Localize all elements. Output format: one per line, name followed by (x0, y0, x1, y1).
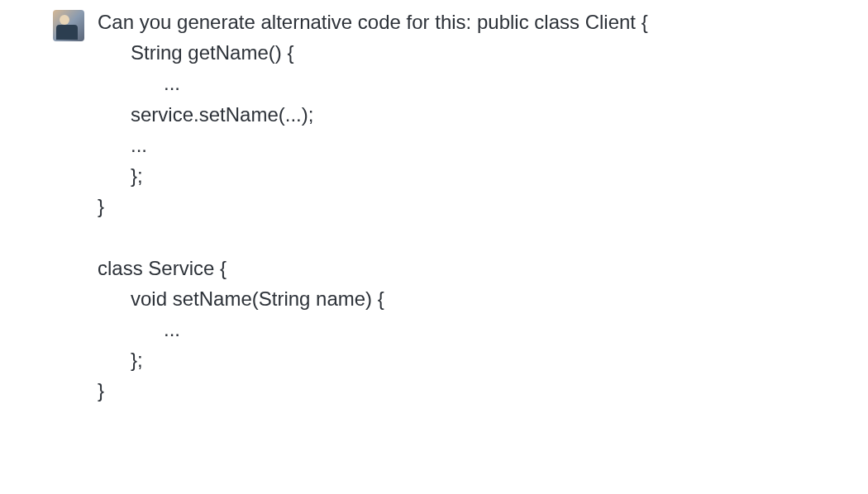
avatar (53, 10, 84, 41)
code-line: } (98, 375, 851, 406)
code-line: ... (98, 130, 851, 160)
code-line: } (98, 191, 851, 221)
message-body: Can you generate alternative code for th… (98, 7, 851, 406)
code-line: String getName() { (98, 37, 851, 68)
code-line: ... (98, 68, 851, 98)
code-line: }; (98, 344, 851, 375)
code-line: void setName(String name) { (98, 283, 851, 314)
code-line: class Service { (98, 253, 851, 283)
blank-line (98, 221, 851, 252)
message-lead: Can you generate alternative code for th… (98, 7, 851, 37)
chat-message: Can you generate alternative code for th… (0, 7, 868, 406)
code-line: service.setName(...); (98, 99, 851, 130)
code-line: ... (98, 314, 851, 344)
code-line: }; (98, 160, 851, 191)
